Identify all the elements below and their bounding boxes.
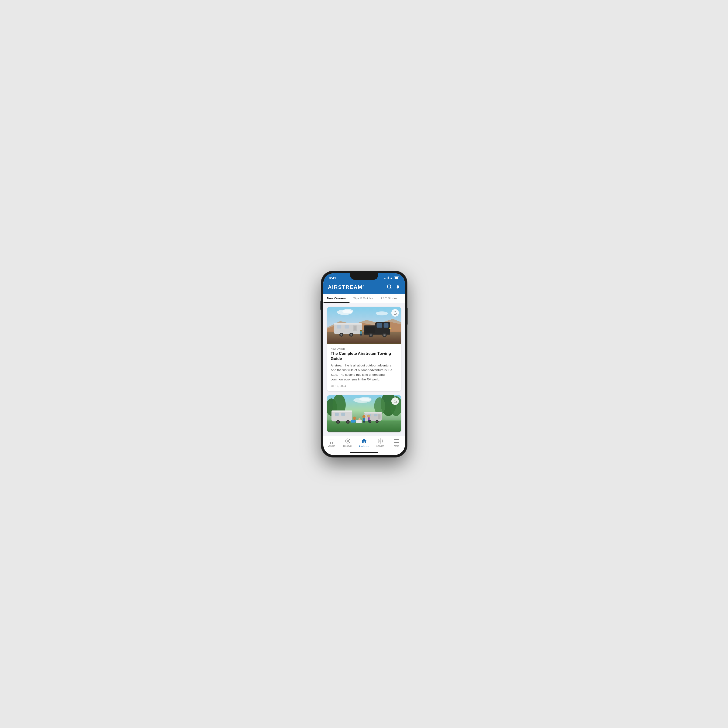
nav-more-label: More	[394, 445, 399, 447]
phone-frame: 9:41 ▲ AIRSTREAM®	[321, 271, 407, 457]
svg-rect-7	[333, 323, 362, 324]
svg-point-79	[359, 397, 372, 401]
nav-service[interactable]: Service	[373, 438, 387, 447]
article-excerpt-1: Airstream life is all about outdoor adve…	[331, 363, 398, 382]
nav-vehicle[interactable]: Vehicle	[324, 438, 338, 447]
svg-rect-71	[363, 421, 364, 422]
svg-point-85	[347, 440, 349, 442]
svg-rect-32	[360, 331, 362, 334]
svg-rect-33	[360, 333, 361, 335]
tab-tips-guides[interactable]: Tips & Guides	[350, 294, 377, 303]
svg-point-69	[362, 415, 365, 418]
svg-rect-70	[363, 418, 365, 421]
article-body-1: New Owners The Complete Airstream Towing…	[327, 344, 401, 392]
notification-icon[interactable]	[396, 284, 400, 291]
bottom-nav: Vehicle Discover Airstream	[323, 436, 405, 452]
svg-point-61	[337, 421, 339, 423]
header-icons	[387, 284, 400, 291]
wifi-icon: ▲	[390, 276, 393, 280]
articles-list: New Owners The Complete Airstream Towing…	[323, 303, 405, 434]
svg-rect-75	[368, 420, 369, 422]
article-date-1: Jul 19, 2024	[331, 384, 398, 388]
article-category-1: New Owners	[331, 347, 398, 350]
svg-rect-34	[361, 333, 362, 335]
app-logo: AIRSTREAM®	[328, 284, 365, 290]
tab-lifestyle[interactable]: Lifestyle	[401, 294, 405, 303]
svg-point-84	[346, 439, 350, 444]
svg-point-29	[384, 335, 385, 336]
nav-discover-label: Discover	[343, 445, 352, 447]
svg-rect-8	[337, 325, 341, 329]
svg-rect-22	[384, 323, 388, 327]
svg-point-73	[367, 414, 370, 418]
svg-rect-11	[353, 326, 356, 330]
nav-more[interactable]: More	[390, 438, 404, 447]
svg-rect-51	[378, 414, 381, 419]
article-card-2[interactable]	[327, 395, 401, 432]
phone-screen: 9:41 ▲ AIRSTREAM®	[323, 273, 405, 455]
tab-asc-stories[interactable]: ASC Stories	[377, 294, 401, 303]
svg-rect-77	[356, 420, 362, 423]
svg-point-15	[341, 334, 342, 335]
tab-new-owners[interactable]: New Owners	[323, 294, 350, 303]
svg-rect-58	[335, 413, 338, 416]
svg-point-64	[353, 416, 356, 419]
svg-rect-66	[350, 420, 355, 422]
tab-navigation: New Owners Tips & Guides ASC Stories Lif…	[323, 294, 405, 303]
status-bar: 9:41 ▲	[323, 273, 405, 282]
nav-airstream[interactable]: Airstream	[357, 438, 371, 448]
nav-service-label: Service	[376, 445, 384, 447]
nav-airstream-label: Airstream	[359, 445, 369, 448]
share-button-2[interactable]	[392, 398, 399, 405]
nav-discover[interactable]: Discover	[341, 438, 355, 447]
status-time: 9:41	[329, 276, 336, 280]
home-indicator	[350, 452, 378, 453]
signal-icon	[384, 277, 388, 279]
article-title-1: The Complete Airstream Towing Guide	[331, 351, 398, 361]
svg-rect-9	[344, 325, 349, 329]
svg-point-36	[342, 309, 353, 314]
status-icons: ▲	[384, 276, 399, 280]
svg-rect-21	[376, 323, 382, 327]
svg-rect-30	[389, 327, 391, 329]
svg-rect-72	[364, 421, 365, 422]
notch	[350, 273, 378, 280]
share-button-1[interactable]	[392, 309, 399, 317]
article-card-1[interactable]: New Owners The Complete Airstream Towing…	[327, 307, 401, 392]
svg-rect-57	[331, 410, 352, 412]
nav-vehicle-label: Vehicle	[327, 445, 335, 447]
svg-point-37	[376, 311, 388, 315]
svg-point-63	[347, 421, 349, 423]
svg-rect-76	[369, 420, 370, 422]
battery-icon	[394, 277, 399, 279]
search-icon[interactable]	[387, 284, 392, 291]
svg-point-18	[350, 334, 352, 335]
content-area[interactable]: New Owners The Complete Airstream Towing…	[323, 303, 405, 436]
svg-line-1	[390, 288, 391, 289]
svg-rect-74	[368, 418, 370, 421]
article-image-2	[327, 395, 401, 432]
svg-rect-59	[341, 413, 345, 416]
svg-rect-23	[365, 326, 375, 333]
svg-rect-48	[364, 412, 382, 413]
svg-point-26	[370, 335, 371, 336]
app-header: AIRSTREAM®	[323, 282, 405, 294]
article-image-1	[327, 307, 401, 344]
svg-rect-50	[374, 414, 378, 416]
svg-point-87	[379, 440, 381, 442]
svg-point-55	[376, 421, 378, 422]
